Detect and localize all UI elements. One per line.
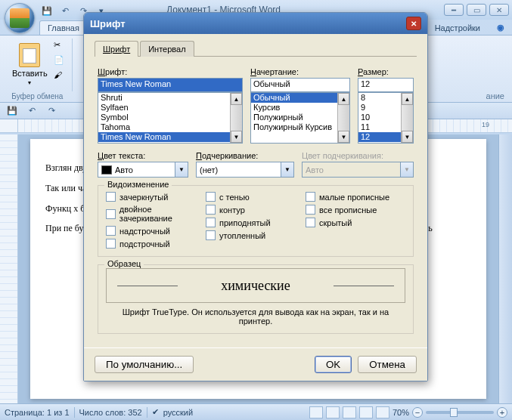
effects-fieldset: Видоизменение зачеркнутый двойное зачерк… (98, 185, 414, 257)
check-hidden[interactable]: скрытый (306, 218, 405, 227)
list-item[interactable]: Times New Roman (98, 132, 242, 142)
scroll-down-icon[interactable]: ▼ (402, 131, 413, 143)
vertical-scrollbar[interactable] (498, 134, 512, 403)
dialog-tabs: Шрифт Интервал (95, 40, 417, 57)
underline-label: Подчеркивание: (196, 151, 294, 160)
style-label: Начертание: (250, 67, 350, 76)
list-item[interactable]: Symbol (98, 113, 242, 122)
paste-button[interactable]: Вставить ▾ (9, 40, 51, 89)
sample-preview: химические (106, 268, 405, 303)
chevron-down-icon: ▼ (281, 162, 293, 177)
font-color-combo[interactable]: Авто ▼ (98, 162, 188, 178)
font-name-input[interactable]: Times New Roman (98, 78, 243, 92)
scroll-up-icon[interactable]: ▲ (231, 93, 242, 105)
font-color-value: Авто (115, 165, 133, 174)
ok-button[interactable]: OK (315, 356, 352, 373)
save-icon-2[interactable]: 💾 (5, 103, 20, 119)
check-emboss[interactable]: приподнятый (206, 218, 306, 227)
list-item[interactable]: Shruti (98, 93, 242, 103)
paste-label: Вставить (12, 69, 48, 78)
zoom-out-button[interactable]: − (412, 407, 423, 418)
effects-legend: Видоизменение (104, 180, 172, 189)
ruler-mark: 19 (482, 121, 489, 128)
scroll-down-icon[interactable]: ▼ (231, 131, 242, 143)
save-icon[interactable]: 💾 (39, 3, 54, 18)
font-label: Шрифт: (98, 67, 243, 76)
tab-spacing[interactable]: Интервал (140, 41, 194, 57)
check-outline[interactable]: контур (206, 205, 306, 215)
check-superscript[interactable]: надстрочный (106, 226, 206, 236)
minimize-button[interactable]: ━ (444, 4, 464, 16)
underline-color-label: Цвет подчеркивания: (302, 151, 414, 160)
tab-home[interactable]: Главная (39, 20, 88, 35)
proofing-icon[interactable]: ✔ (152, 407, 159, 417)
underline-color-value: Авто (306, 165, 324, 174)
zoom-slider[interactable] (426, 411, 494, 414)
clipboard-group: Вставить ▾ ✂ 📄 🖌 Буфер обмена (3, 39, 73, 91)
view-outline[interactable] (359, 406, 373, 418)
check-small-caps[interactable]: малые прописные (306, 192, 405, 202)
dialog-close-button[interactable]: ✕ (406, 17, 421, 30)
cancel-button[interactable]: Отмена (358, 356, 417, 373)
list-item[interactable]: Tahoma (98, 122, 242, 132)
color-swatch-icon (101, 165, 112, 174)
underline-color-combo: Авто ▼ (302, 162, 414, 178)
vertical-ruler (0, 134, 18, 403)
status-page[interactable]: Страница: 1 из 1 (5, 408, 70, 417)
list-item[interactable]: Курсив (251, 103, 349, 113)
status-lang[interactable]: русский (163, 408, 193, 417)
cut-icon[interactable]: ✂ (54, 40, 66, 52)
clipboard-icon (19, 43, 40, 67)
list-item[interactable]: Обычный (251, 93, 349, 103)
check-all-caps[interactable]: все прописные (306, 205, 405, 215)
copy-icon[interactable]: 📄 (54, 55, 66, 67)
zoom-level[interactable]: 70% (393, 408, 409, 417)
check-engrave[interactable]: утопленный (206, 230, 306, 240)
underline-value: (нет) (200, 165, 218, 174)
view-web-layout[interactable] (343, 406, 356, 418)
chevron-down-icon: ▼ (175, 162, 188, 177)
view-print-layout[interactable] (309, 406, 323, 418)
size-listbox[interactable]: 8 9 10 11 12 ▲▼ (358, 92, 414, 144)
undo-icon[interactable]: ↶ (57, 3, 73, 18)
size-label: Размер: (358, 67, 414, 76)
help-icon[interactable]: ◉ (489, 20, 512, 35)
sample-legend: Образец (104, 259, 144, 268)
check-shadow[interactable]: с тенью (206, 192, 306, 202)
close-button[interactable]: ✕ (489, 4, 509, 16)
scroll-up-icon[interactable]: ▲ (338, 93, 349, 105)
sample-text: химические (221, 278, 290, 294)
undo-icon-2[interactable]: ↶ (24, 103, 39, 119)
scroll-up-icon[interactable]: ▲ (402, 93, 413, 105)
scroll-down-icon[interactable]: ▼ (338, 131, 349, 143)
status-words[interactable]: Число слов: 352 (79, 408, 142, 417)
redo-icon-2[interactable]: ↷ (44, 103, 59, 119)
dialog-title: Шрифт (90, 18, 126, 29)
check-subscript[interactable]: подстрочный (106, 239, 206, 249)
font-color-label: Цвет текста: (98, 151, 188, 160)
zoom-in-button[interactable]: + (497, 407, 507, 418)
style-listbox[interactable]: Обычный Курсив Полужирный Полужирный Кур… (250, 92, 350, 144)
view-draft[interactable] (376, 406, 389, 418)
font-group-hint: ание (486, 91, 504, 100)
list-item[interactable]: Полужирный (251, 113, 349, 122)
maximize-button[interactable]: ▭ (467, 4, 486, 16)
font-style-input[interactable]: Обычный (250, 78, 350, 92)
office-button[interactable] (5, 3, 35, 33)
tab-addins[interactable]: Надстройки (427, 21, 488, 35)
list-item[interactable]: Полужирный Курсив (251, 122, 349, 132)
font-hint: Шрифт TrueType. Он используется для выво… (106, 307, 405, 326)
tab-font[interactable]: Шрифт (95, 41, 138, 57)
view-full-screen[interactable] (326, 406, 340, 418)
list-item[interactable]: Sylfaen (98, 103, 242, 113)
font-dialog: Шрифт ✕ Шрифт Интервал Шрифт: Times New … (83, 12, 428, 381)
dialog-titlebar[interactable]: Шрифт ✕ (84, 13, 427, 34)
format-painter-icon[interactable]: 🖌 (54, 70, 66, 82)
font-size-input[interactable]: 12 (358, 78, 414, 92)
check-double-strikethrough[interactable]: двойное зачеркивание (106, 205, 206, 223)
underline-combo[interactable]: (нет) ▼ (196, 162, 294, 178)
chevron-down-icon: ▼ (400, 162, 413, 177)
font-listbox[interactable]: Shruti Sylfaen Symbol Tahoma Times New R… (98, 92, 243, 144)
default-button[interactable]: По умолчанию... (95, 356, 194, 373)
check-strikethrough[interactable]: зачеркнутый (106, 192, 206, 202)
